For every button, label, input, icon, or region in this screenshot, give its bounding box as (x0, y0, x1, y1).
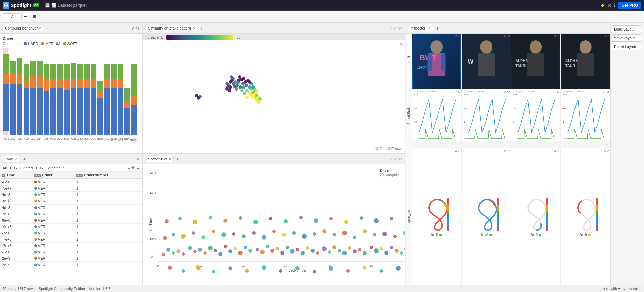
sim-filter-icon[interactable]: ≡ (390, 26, 392, 31)
scatter-viz[interactable]: LapTime Driver 20 categories 2e+9 1e+9 0… (143, 164, 405, 285)
sb3-expand[interactable]: ⤢ (553, 90, 556, 94)
tv4-refresh[interactable]: ↺ (603, 149, 606, 153)
table-row[interactable]: -7e+8 VER 1 (0, 236, 142, 243)
svg-text:316: 316 (414, 94, 419, 97)
scatter-add[interactable]: + (175, 156, 180, 162)
info-icon[interactable]: ℹ (614, 3, 615, 8)
sb3-settings[interactable]: ⚙ (557, 90, 560, 94)
scatter-expand-icon[interactable]: ⤢ (394, 157, 397, 161)
compound-tab[interactable]: Compund per driver ✕ (3, 25, 44, 31)
table-row[interactable]: 4e+8 VER 1 (0, 192, 142, 198)
table-row[interactable]: -8e+8 VER 1 (0, 179, 142, 185)
cell-4-refresh[interactable]: ↺ (603, 34, 606, 38)
cell-1-expand[interactable]: ⤢ (458, 34, 461, 38)
table-row[interactable]: 2e+9 VER 1 (0, 255, 142, 262)
table-add[interactable]: + (21, 156, 27, 162)
sim-expand-icon[interactable]: ⤢ (394, 26, 397, 31)
speed-brake-cell-4: — Speed — Brake ⤢ ⚙ 316 160 1 -0.0 (561, 89, 610, 141)
svg-rect-15 (30, 61, 36, 76)
sb-svg-1: 316 160 80 -0.045 4476 (412, 89, 461, 141)
table-settings-icon[interactable]: ⚙ (136, 166, 140, 170)
sep-label-spacer (405, 141, 412, 148)
get-pro-button[interactable]: Get PRO (618, 2, 641, 9)
td-driver: VER (32, 205, 74, 211)
table-row[interactable]: 2e+9 VER 1 (0, 262, 142, 268)
sb4-expand[interactable]: ⤢ (603, 90, 606, 94)
tv2-expand[interactable]: ⤢ (507, 149, 510, 153)
table-row[interactable]: -9e+8 VER 1 (0, 224, 142, 230)
table-filter-icon[interactable]: ≡ (128, 166, 130, 170)
cell-4-expand[interactable]: ⤢ (607, 34, 609, 38)
table-row[interactable]: 3e+8 VER 1 (0, 198, 142, 205)
tv4-expand[interactable]: ⤢ (607, 149, 609, 153)
similarity-close[interactable]: ✕ (192, 26, 195, 30)
compound-add[interactable]: + (45, 25, 51, 31)
table-row[interactable]: 9e+8 VER 1 (0, 217, 142, 224)
redo-button[interactable]: ⊞ (31, 13, 38, 20)
svg-text:-0.062: -0.062 (463, 137, 470, 140)
similarity-viz[interactable]: 1317 of 1317 rows ✕ (143, 40, 405, 153)
sb1-settings[interactable]: ⚙ (458, 90, 461, 94)
cell-3-refresh[interactable]: ↺ (554, 34, 556, 38)
table-row[interactable]: 4e+8 VER 1 (0, 205, 142, 211)
track-cell-2: ↺ ⤢ -1e+9 (462, 148, 511, 285)
cell-2-expand[interactable]: ⤢ (507, 34, 510, 38)
undo-button[interactable]: ↩ (21, 13, 29, 20)
load-layout-button[interactable]: Load Layout (611, 25, 641, 33)
svg-point-236 (239, 216, 242, 220)
scatter-filter-icon[interactable]: ≡ (390, 157, 392, 161)
github-icon[interactable]: ⊙ (608, 3, 612, 8)
sb1-expand[interactable]: ⤢ (454, 90, 457, 94)
similarity-tab[interactable]: Similarity on brake pattern ✕ (146, 25, 197, 31)
sb2-expand[interactable]: ⤢ (504, 90, 506, 94)
inspector-add[interactable]: + (434, 25, 440, 31)
th-driver[interactable]: abcDriver (32, 172, 74, 179)
sb-controls-1: ⤢ ⚙ (454, 90, 461, 94)
sb4-settings[interactable]: ⚙ (606, 90, 609, 94)
sep-close[interactable]: ✕ (412, 142, 610, 147)
svg-point-243 (344, 220, 348, 224)
add-widget-button[interactable]: + + Add (3, 13, 20, 20)
tv2-refresh[interactable]: ↺ (504, 149, 507, 153)
svg-point-162 (218, 252, 222, 256)
reset-layout-button[interactable]: Reset Layout (611, 43, 641, 50)
table-close[interactable]: ✕ (15, 157, 18, 161)
inspector-tab[interactable]: Inspector ✕ (408, 25, 433, 31)
scatter-tab[interactable]: Scatter Plot ✕ (146, 156, 174, 162)
file-info[interactable]: 💾 📊 Dataset parquet (45, 3, 86, 8)
compound-close[interactable]: ✕ (39, 26, 42, 30)
scatter-close[interactable]: ✕ (169, 157, 171, 161)
table-tab[interactable]: Table ✕ (3, 156, 20, 162)
cell-1-refresh[interactable]: ↺ (455, 34, 457, 38)
tv3-refresh[interactable]: ↺ (554, 149, 556, 153)
table-scroll[interactable]: #Time abcDriver abcDriverNumber -8e+8 V (0, 172, 142, 285)
expand-icon[interactable]: ⤢ (131, 26, 135, 31)
sim-close-x[interactable]: ✕ (399, 42, 403, 47)
cell-2-refresh[interactable]: ↺ (504, 34, 507, 38)
similarity-add[interactable]: + (199, 25, 204, 31)
wifi-icon[interactable]: ⚡ (600, 3, 606, 8)
svg-point-255 (262, 265, 266, 270)
svg-point-152 (166, 248, 170, 252)
table-eye-icon[interactable]: 👁 (131, 166, 135, 170)
tv1-refresh[interactable]: ↺ (455, 149, 457, 153)
sim-settings-icon[interactable]: ⚙ (398, 26, 402, 31)
svg-rect-35 (71, 88, 76, 135)
inspector-close[interactable]: ✕ (428, 26, 431, 30)
tv1-expand[interactable]: ⤢ (458, 149, 461, 153)
svg-rect-312 (447, 225, 449, 231)
table-row[interactable]: -7e+8 VER 1 (0, 243, 142, 249)
scatter-settings-icon[interactable]: ⚙ (398, 157, 402, 161)
sb2-settings[interactable]: ⚙ (507, 90, 510, 94)
table-row[interactable]: -3e+7 VER 1 (0, 185, 142, 192)
settings-icon[interactable]: ⚙ (136, 26, 140, 31)
tv3-expand[interactable]: ⤢ (557, 149, 560, 153)
cell-3-expand[interactable]: ⤢ (557, 34, 560, 38)
save-layout-button[interactable]: Save Layout (611, 34, 641, 42)
table-row[interactable]: -7e+8 VER 1 (0, 230, 142, 236)
table-row[interactable]: 7e+8 VER 1 (0, 211, 142, 217)
table-row[interactable]: -2e+9 VER 1 (0, 249, 142, 255)
table-expand[interactable]: ⤢ (136, 157, 140, 161)
th-time[interactable]: #Time (0, 172, 32, 179)
th-drivernumber[interactable]: abcDriverNumber (74, 172, 142, 179)
